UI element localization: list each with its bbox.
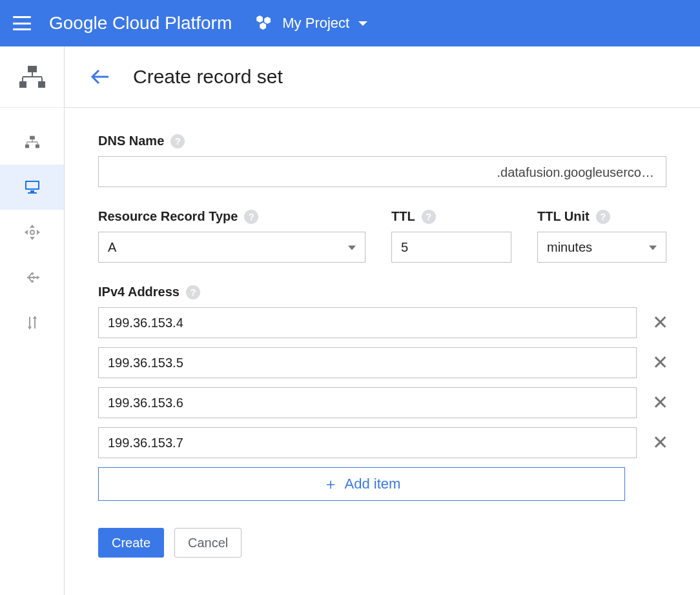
ipv4-row: 199.36.153.5✕ xyxy=(98,347,672,378)
project-selector[interactable]: My Project xyxy=(255,15,367,32)
help-icon[interactable]: ? xyxy=(170,134,185,148)
chevron-down-icon xyxy=(649,246,657,250)
svg-rect-7 xyxy=(30,136,35,140)
brand-suffix: Cloud Platform xyxy=(107,13,232,33)
brand-text: Google Cloud Platform xyxy=(49,13,232,34)
move-icon xyxy=(24,224,41,241)
record-type-select[interactable]: A xyxy=(98,232,365,263)
remove-button[interactable]: ✕ xyxy=(648,393,672,412)
chevron-down-icon xyxy=(358,21,367,26)
sidebar-item-swap[interactable] xyxy=(0,300,64,345)
svg-rect-0 xyxy=(28,66,37,72)
svg-marker-18 xyxy=(30,225,35,228)
ipv4-row: 199.36.153.4✕ xyxy=(98,307,672,338)
ttl-value: 5 xyxy=(401,240,408,255)
cancel-button[interactable]: Cancel xyxy=(174,528,242,558)
sidebar xyxy=(0,46,65,595)
brand-prefix: Google xyxy=(49,13,107,33)
add-item-button[interactable]: ＋ Add item xyxy=(98,467,625,501)
record-type-label: Resource Record Type ? xyxy=(98,209,365,224)
svg-point-23 xyxy=(31,272,34,275)
ttl-label: TTL ? xyxy=(391,209,511,224)
svg-marker-20 xyxy=(25,230,28,235)
swap-icon xyxy=(25,314,40,331)
sidebar-item-network[interactable] xyxy=(0,119,64,165)
ttl-input[interactable]: 5 xyxy=(391,232,511,263)
main-content: Create record set DNS Name ? .datafusion… xyxy=(65,46,700,595)
branches-icon xyxy=(23,270,41,285)
create-button[interactable]: Create xyxy=(98,528,164,558)
ttl-unit-value: minutes xyxy=(547,240,592,255)
svg-rect-9 xyxy=(26,141,37,142)
svg-marker-27 xyxy=(37,276,39,279)
network-icon xyxy=(19,66,45,88)
svg-rect-16 xyxy=(30,190,34,192)
svg-point-25 xyxy=(31,280,34,283)
chevron-down-icon xyxy=(348,246,356,250)
svg-rect-13 xyxy=(35,145,39,148)
svg-rect-6 xyxy=(38,81,45,88)
ipv4-label: IPv4 Address ? xyxy=(98,285,672,299)
svg-rect-12 xyxy=(25,145,29,148)
plus-icon: ＋ xyxy=(323,474,338,494)
ipv4-value: 199.36.153.4 xyxy=(108,316,183,330)
back-button[interactable] xyxy=(90,68,110,85)
ipv4-input[interactable]: 199.36.153.4 xyxy=(98,307,637,338)
sidebar-item-endpoints[interactable] xyxy=(0,255,64,300)
svg-point-22 xyxy=(30,230,34,234)
remove-button[interactable]: ✕ xyxy=(648,353,672,372)
remove-button[interactable]: ✕ xyxy=(648,313,672,332)
project-name: My Project xyxy=(282,15,349,32)
ipv4-input[interactable]: 199.36.153.7 xyxy=(98,427,637,458)
ipv4-input[interactable]: 199.36.153.5 xyxy=(98,347,637,378)
svg-rect-2 xyxy=(23,76,42,77)
ipv4-row: 199.36.153.6✕ xyxy=(98,387,672,418)
svg-rect-15 xyxy=(26,182,38,188)
dns-name-input[interactable]: .datafusion.googleuserco… xyxy=(98,156,666,187)
help-icon[interactable]: ? xyxy=(596,210,610,224)
arrow-left-icon xyxy=(90,68,110,85)
sitemap-icon xyxy=(25,136,39,148)
svg-rect-5 xyxy=(19,81,26,88)
project-icon xyxy=(255,15,274,31)
page-header: Create record set xyxy=(65,46,700,108)
svg-rect-11 xyxy=(37,143,37,145)
page-title: Create record set xyxy=(133,66,283,88)
sidebar-item-move[interactable] xyxy=(0,210,64,255)
svg-rect-3 xyxy=(22,77,23,81)
svg-rect-1 xyxy=(32,72,33,77)
ttl-unit-select[interactable]: minutes xyxy=(537,232,666,263)
help-icon[interactable]: ? xyxy=(422,210,436,224)
form: DNS Name ? .datafusion.googleuserco… Res… xyxy=(65,108,700,586)
dns-name-label: DNS Name ? xyxy=(98,134,672,148)
record-type-value: A xyxy=(108,240,116,255)
svg-marker-31 xyxy=(33,316,37,319)
help-icon[interactable]: ? xyxy=(186,285,200,299)
sidebar-service-icon[interactable] xyxy=(0,46,64,108)
svg-marker-29 xyxy=(28,327,32,330)
svg-marker-19 xyxy=(30,237,35,240)
svg-rect-4 xyxy=(41,77,43,81)
ttl-unit-label: TTL Unit ? xyxy=(537,209,666,224)
remove-button[interactable]: ✕ xyxy=(648,433,672,452)
ipv4-value: 199.36.153.5 xyxy=(108,356,183,370)
ipv4-row: 199.36.153.7✕ xyxy=(98,427,672,458)
sidebar-item-dns[interactable] xyxy=(0,165,64,210)
menu-icon[interactable] xyxy=(13,16,31,30)
ipv4-input[interactable]: 199.36.153.6 xyxy=(98,387,637,418)
svg-rect-17 xyxy=(28,192,37,194)
ipv4-value: 199.36.153.7 xyxy=(108,436,183,450)
help-icon[interactable]: ? xyxy=(244,210,258,224)
monitor-icon xyxy=(25,180,40,194)
svg-marker-21 xyxy=(37,230,40,235)
add-item-label: Add item xyxy=(345,476,401,492)
svg-point-24 xyxy=(32,276,35,279)
svg-rect-10 xyxy=(26,143,27,145)
top-bar: Google Cloud Platform My Project xyxy=(0,0,700,46)
svg-rect-8 xyxy=(32,139,32,142)
ipv4-value: 199.36.153.6 xyxy=(108,396,183,410)
